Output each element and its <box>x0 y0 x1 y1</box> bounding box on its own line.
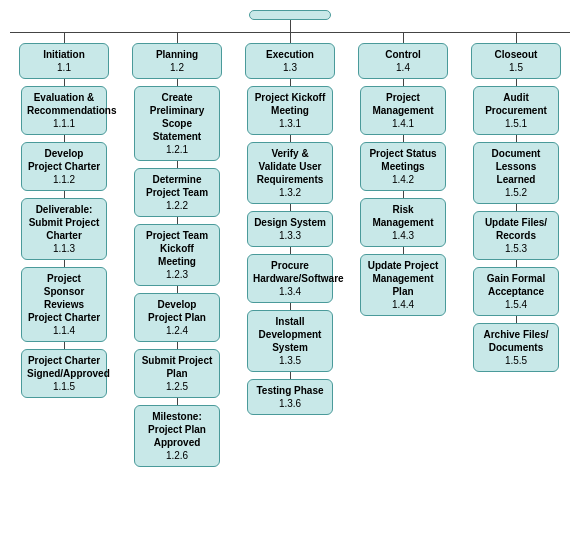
child-label-1.2.4: Develop Project Plan <box>140 298 214 324</box>
child-wrapper-1.5.3: Update Files/ Records 1.5.3 <box>473 204 559 260</box>
child-wrapper-1.2.4: Develop Project Plan 1.2.4 <box>134 286 220 342</box>
child-node-1.4.3: Risk Management 1.4.3 <box>360 198 446 247</box>
branch-num-1.4: 1.4 <box>364 61 442 74</box>
children-1.1: Evaluation & Recommendations 1.1.1 Devel… <box>21 79 107 398</box>
vline-child-1.3.2 <box>290 135 291 142</box>
child-node-1.1.4: Project Sponsor Reviews Project Charter … <box>21 267 107 342</box>
child-node-1.4.1: Project Management 1.4.1 <box>360 86 446 135</box>
children-1.2: Create Preliminary Scope Statement 1.2.1… <box>134 79 220 467</box>
branch-node-1.3: Execution 1.3 <box>245 43 335 79</box>
child-node-1.5.4: Gain Formal Acceptance 1.5.4 <box>473 267 559 316</box>
child-wrapper-1.5.4: Gain Formal Acceptance 1.5.4 <box>473 260 559 316</box>
vline-top-1.4 <box>403 33 404 43</box>
child-wrapper-1.3.3: Design System 1.3.3 <box>247 204 333 247</box>
child-wrapper-1.3.5: Install Development System 1.3.5 <box>247 303 333 372</box>
vline-child-1.5.1 <box>516 79 517 86</box>
vline-child-1.1.3 <box>64 191 65 198</box>
branch-col-1.4: Control 1.4 Project Management 1.4.1 Pro… <box>351 33 455 316</box>
vline-top-1.1 <box>64 33 65 43</box>
child-node-1.1.2: Develop Project Charter 1.1.2 <box>21 142 107 191</box>
vline-child-1.1.1 <box>64 79 65 86</box>
child-node-1.5.1: Audit Procurement 1.5.1 <box>473 86 559 135</box>
child-label-1.5.5: Archive Files/ Documents <box>479 328 553 354</box>
child-num-1.5.5: 1.5.5 <box>479 354 553 367</box>
child-node-1.2.3: Project Team Kickoff Meeting 1.2.3 <box>134 224 220 286</box>
root-node <box>249 10 331 20</box>
child-node-1.2.2: Determine Project Team 1.2.2 <box>134 168 220 217</box>
child-node-1.1.3: Deliverable: Submit Project Charter 1.1.… <box>21 198 107 260</box>
child-num-1.3.4: 1.3.4 <box>253 285 327 298</box>
vline-child-1.2.3 <box>177 217 178 224</box>
child-node-1.3.1: Project Kickoff Meeting 1.3.1 <box>247 86 333 135</box>
child-node-1.5.2: Document Lessons Learned 1.5.2 <box>473 142 559 204</box>
child-num-1.2.4: 1.2.4 <box>140 324 214 337</box>
branch-num-1.5: 1.5 <box>477 61 555 74</box>
org-chart: Initiation 1.1 Evaluation & Recommendati… <box>0 0 580 477</box>
vline-child-1.2.1 <box>177 79 178 86</box>
child-num-1.4.1: 1.4.1 <box>366 117 440 130</box>
child-label-1.3.6: Testing Phase <box>253 384 327 397</box>
child-node-1.4.2: Project Status Meetings 1.4.2 <box>360 142 446 191</box>
child-node-1.2.1: Create Preliminary Scope Statement 1.2.1 <box>134 86 220 161</box>
child-label-1.1.1: Evaluation & Recommendations <box>27 91 101 117</box>
child-wrapper-1.4.2: Project Status Meetings 1.4.2 <box>360 135 446 191</box>
vline-top-1.3 <box>290 33 291 43</box>
child-node-1.3.4: Procure Hardware/Software 1.3.4 <box>247 254 333 303</box>
child-wrapper-1.2.3: Project Team Kickoff Meeting 1.2.3 <box>134 217 220 286</box>
child-wrapper-1.2.6: Milestone: Project Plan Approved 1.2.6 <box>134 398 220 467</box>
branch-node-1.5: Closeout 1.5 <box>471 43 561 79</box>
vline-child-1.1.5 <box>64 342 65 349</box>
child-wrapper-1.2.1: Create Preliminary Scope Statement 1.2.1 <box>134 79 220 161</box>
children-1.5: Audit Procurement 1.5.1 Document Lessons… <box>473 79 559 372</box>
child-label-1.4.2: Project Status Meetings <box>366 147 440 173</box>
child-num-1.4.2: 1.4.2 <box>366 173 440 186</box>
child-wrapper-1.5.2: Document Lessons Learned 1.5.2 <box>473 135 559 204</box>
child-num-1.5.4: 1.5.4 <box>479 298 553 311</box>
branch-label-1.4: Control <box>364 48 442 61</box>
child-num-1.3.6: 1.3.6 <box>253 397 327 410</box>
children-1.3: Project Kickoff Meeting 1.3.1 Verify & V… <box>247 79 333 415</box>
child-label-1.4.3: Risk Management <box>366 203 440 229</box>
branch-col-1.5: Closeout 1.5 Audit Procurement 1.5.1 Doc… <box>464 33 568 372</box>
branch-num-1.1: 1.1 <box>25 61 103 74</box>
child-label-1.2.3: Project Team Kickoff Meeting <box>140 229 214 268</box>
child-label-1.5.4: Gain Formal Acceptance <box>479 272 553 298</box>
branch-col-1.2: Planning 1.2 Create Preliminary Scope St… <box>125 33 229 467</box>
chart-wrapper: Initiation 1.1 Evaluation & Recommendati… <box>10 10 570 467</box>
child-label-1.2.1: Create Preliminary Scope Statement <box>140 91 214 143</box>
child-label-1.1.5: Project Charter Signed/Approved <box>27 354 101 380</box>
branch-node-1.1: Initiation 1.1 <box>19 43 109 79</box>
child-wrapper-1.3.1: Project Kickoff Meeting 1.3.1 <box>247 79 333 135</box>
child-label-1.3.5: Install Development System <box>253 315 327 354</box>
branch-node-1.4: Control 1.4 <box>358 43 448 79</box>
vline-child-1.4.4 <box>403 247 404 254</box>
branch-label-1.3: Execution <box>251 48 329 61</box>
child-label-1.4.1: Project Management <box>366 91 440 117</box>
child-wrapper-1.3.6: Testing Phase 1.3.6 <box>247 372 333 415</box>
child-wrapper-1.3.4: Procure Hardware/Software 1.3.4 <box>247 247 333 303</box>
child-label-1.1.3: Deliverable: Submit Project Charter <box>27 203 101 242</box>
vline-child-1.5.5 <box>516 316 517 323</box>
child-label-1.5.1: Audit Procurement <box>479 91 553 117</box>
child-label-1.2.6: Milestone: Project Plan Approved <box>140 410 214 449</box>
vline-child-1.3.4 <box>290 247 291 254</box>
child-num-1.3.1: 1.3.1 <box>253 117 327 130</box>
child-wrapper-1.2.5: Submit Project Plan 1.2.5 <box>134 342 220 398</box>
vline-child-1.2.4 <box>177 286 178 293</box>
child-num-1.3.2: 1.3.2 <box>253 186 327 199</box>
branch-label-1.2: Planning <box>138 48 216 61</box>
child-wrapper-1.1.5: Project Charter Signed/Approved 1.1.5 <box>21 342 107 398</box>
child-wrapper-1.4.1: Project Management 1.4.1 <box>360 79 446 135</box>
vline-child-1.5.2 <box>516 135 517 142</box>
root-vline <box>290 20 291 32</box>
vline-child-1.2.2 <box>177 161 178 168</box>
child-node-1.4.4: Update Project Management Plan 1.4.4 <box>360 254 446 316</box>
child-wrapper-1.1.3: Deliverable: Submit Project Charter 1.1.… <box>21 191 107 260</box>
child-label-1.2.5: Submit Project Plan <box>140 354 214 380</box>
vline-child-1.3.6 <box>290 372 291 379</box>
child-wrapper-1.4.3: Risk Management 1.4.3 <box>360 191 446 247</box>
child-num-1.5.3: 1.5.3 <box>479 242 553 255</box>
child-num-1.1.5: 1.1.5 <box>27 380 101 393</box>
child-node-1.5.3: Update Files/ Records 1.5.3 <box>473 211 559 260</box>
vline-top-1.5 <box>516 33 517 43</box>
